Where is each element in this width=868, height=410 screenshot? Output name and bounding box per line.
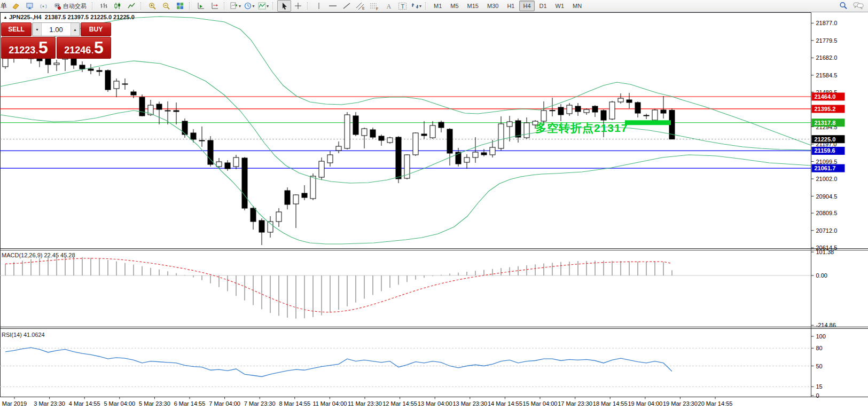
tile-windows-icon	[176, 2, 184, 10]
timeframe-button-mn[interactable]: MN	[569, 1, 585, 11]
chat-icon[interactable]	[853, 2, 864, 11]
timeframe-button-w1[interactable]: W1	[552, 1, 568, 11]
svg-text:0.00: 0.00	[816, 272, 827, 279]
volume-decrease-button[interactable]: ▼	[33, 23, 42, 36]
arrows-tool-button[interactable]: ▾	[409, 0, 423, 12]
indicators-button[interactable]: ▾	[256, 0, 270, 12]
sell-price-pip: 5	[38, 37, 48, 58]
zoom-in-icon	[148, 2, 157, 10]
svg-text:21159.6: 21159.6	[815, 147, 835, 154]
horizontal-line-tool-button[interactable]	[326, 0, 340, 12]
signal-button[interactable]	[36, 0, 50, 12]
volume-input[interactable]: 1.00	[42, 23, 71, 36]
svg-text:3 Mar 23:30: 3 Mar 23:30	[34, 400, 65, 407]
tile-windows-button[interactable]	[173, 0, 187, 12]
cursor-arrow-icon	[281, 2, 288, 10]
svg-text:80: 80	[816, 345, 823, 351]
chart-symbol: JPN225-,H4	[9, 14, 42, 20]
svg-text:20904.5: 20904.5	[816, 193, 838, 200]
auto-scroll-icon	[197, 2, 205, 10]
svg-text:20 Mar 14:55: 20 Mar 14:55	[698, 400, 733, 407]
main-toolbar: 单 自动交易	[0, 0, 868, 12]
price-chart-canvas[interactable]: 21877.021779.521682.021584.521489.521294…	[0, 0, 868, 410]
channel-tool-button[interactable]: E	[354, 0, 367, 12]
macd-indicator-label: MACD(12,26,9) 22.45 45.28	[2, 252, 75, 258]
svg-text:0: 0	[816, 392, 819, 399]
zoom-out-button[interactable]	[159, 0, 173, 12]
svg-text:20712.0: 20712.0	[816, 227, 838, 234]
pivot-annotation-text[interactable]: 多空转折点21317	[535, 121, 628, 136]
svg-text:11 Mar 23:30: 11 Mar 23:30	[348, 400, 382, 407]
svg-text:19 Mar 23:30: 19 Mar 23:30	[663, 400, 698, 407]
order-tag-icon	[12, 3, 20, 10]
chevron-down-icon: ▾	[239, 4, 241, 9]
buy-button[interactable]: BUY	[81, 22, 111, 36]
timeframe-button-m30[interactable]: M30	[483, 1, 502, 11]
svg-text:5 Mar 04:00: 5 Mar 04:00	[104, 400, 135, 407]
volume-increase-button[interactable]: ▲	[71, 23, 80, 36]
svg-text:19 Mar 04:00: 19 Mar 04:00	[628, 400, 662, 407]
trendline-icon	[342, 2, 351, 10]
timeframe-button-m1[interactable]: M1	[430, 1, 445, 11]
vertical-line-tool-button[interactable]	[312, 0, 326, 12]
svg-text:15: 15	[816, 383, 823, 390]
svg-text:11 Mar 04:00: 11 Mar 04:00	[312, 400, 347, 407]
candlestick-chart-button[interactable]	[111, 0, 124, 12]
svg-text:21061.7: 21061.7	[815, 165, 836, 171]
new-chart-button[interactable]: ▾	[229, 0, 243, 12]
svg-text:Mar 2019: Mar 2019	[2, 400, 27, 407]
chart-shift-icon	[211, 2, 218, 10]
bar-chart-button[interactable]	[97, 0, 111, 12]
crosshair-tool-button[interactable]	[291, 0, 305, 12]
svg-text:13 Mar 04:00: 13 Mar 04:00	[418, 400, 452, 407]
timeframe-button-m5[interactable]: M5	[447, 1, 462, 11]
timeframe-button-h1[interactable]: H1	[503, 1, 518, 11]
timeframe-button-h4[interactable]: H4	[519, 1, 534, 11]
svg-text:21395.2: 21395.2	[815, 106, 836, 112]
autotrading-button[interactable]: 自动交易	[50, 0, 90, 12]
timeframe-button-m15[interactable]: M15	[464, 1, 482, 11]
text-label-icon: T	[398, 2, 407, 10]
svg-text:21464.0: 21464.0	[815, 93, 836, 100]
timeframe-button-d1[interactable]: D1	[536, 1, 551, 11]
svg-text:21317.8: 21317.8	[815, 120, 836, 126]
label-tool-button[interactable]: T	[395, 0, 409, 12]
macd-pane: 101.380.00-214.86	[0, 249, 836, 328]
svg-text:15 Mar 04:00: 15 Mar 04:00	[523, 400, 558, 407]
svg-text:50: 50	[816, 363, 823, 369]
collapse-triangle-icon[interactable]: ▲	[3, 15, 7, 20]
search-icon[interactable]	[839, 2, 848, 11]
highlight-bar[interactable]	[625, 120, 671, 125]
rsi-line	[5, 348, 672, 376]
s ell-price-display[interactable]: 21223.5	[1, 37, 56, 59]
buy-price-display[interactable]: 21246.5	[57, 37, 111, 59]
chart-shift-button[interactable]	[208, 0, 222, 12]
svg-text:7 Mar 23:30: 7 Mar 23:30	[244, 400, 276, 407]
new-order-button[interactable]	[9, 0, 22, 12]
candles-layer	[3, 48, 675, 245]
sell-button[interactable]: SELL	[1, 22, 32, 36]
trendline-tool-button[interactable]	[340, 0, 354, 12]
vertical-line-icon	[316, 2, 322, 10]
svg-text:101.38: 101.38	[816, 249, 834, 255]
svg-text:21099.5: 21099.5	[816, 159, 838, 165]
fibonacci-tool-button[interactable]: F	[367, 0, 381, 12]
svg-text:21584.5: 21584.5	[816, 72, 838, 78]
svg-text:8 Mar 14:55: 8 Mar 14:55	[279, 400, 310, 407]
zoom-in-button[interactable]	[145, 0, 159, 12]
cursor-tool-button[interactable]	[277, 0, 291, 12]
text-tool-button[interactable]: A	[381, 0, 395, 12]
terminal-button[interactable]	[22, 0, 36, 12]
radio-signal-icon	[40, 3, 48, 10]
menu-char[interactable]: 单	[1, 2, 7, 11]
line-chart-icon	[128, 2, 135, 10]
auto-scroll-button[interactable]	[194, 0, 208, 12]
line-chart-button[interactable]	[124, 0, 138, 12]
arrows-icon	[411, 2, 419, 10]
svg-text:6 Mar 14:55: 6 Mar 14:55	[174, 400, 206, 407]
pane-frames	[0, 13, 868, 397]
trading-app-window: 单 自动交易	[0, 0, 868, 410]
periods-button[interactable]: ▾	[243, 0, 256, 12]
svg-text:F: F	[376, 7, 378, 10]
one-click-trade-panel: SELL ▼ 1.00 ▲ BUY 21223.5 21246.5	[1, 22, 111, 59]
